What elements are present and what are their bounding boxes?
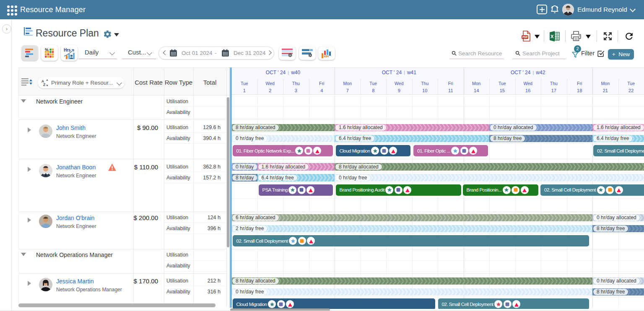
- svg-text:Z: Z: [43, 83, 45, 87]
- svg-text:KPI: KPI: [324, 55, 329, 58]
- svg-text:Hrs: Hrs: [64, 48, 71, 52]
- svg-text:PDF: PDF: [522, 36, 528, 39]
- svg-text:X: X: [551, 34, 554, 39]
